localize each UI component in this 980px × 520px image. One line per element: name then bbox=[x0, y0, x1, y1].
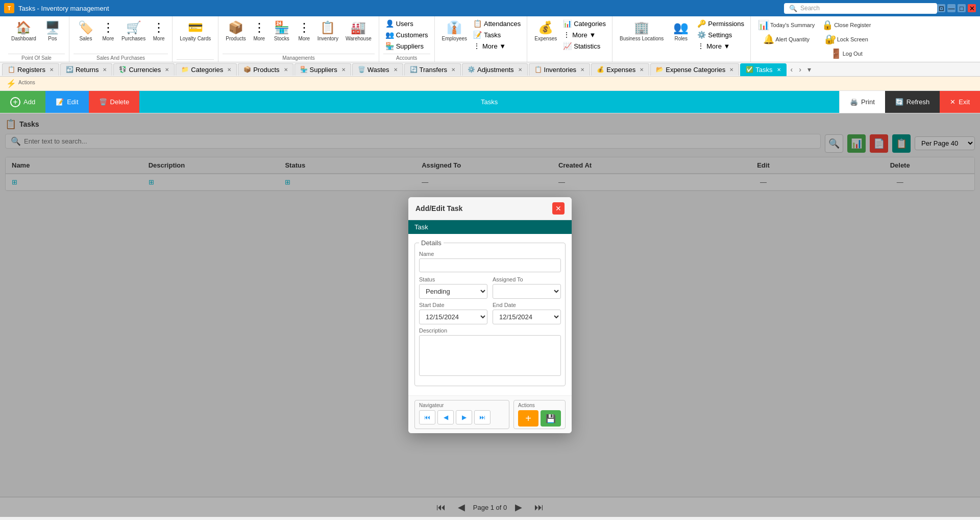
dates-row: Start Date 12/15/2024 End Date 12/15/202… bbox=[419, 302, 561, 324]
suppliers-button[interactable]: 🏪 Suppliers bbox=[383, 41, 430, 51]
pos-icon: 🖥️ bbox=[45, 20, 60, 35]
warehouse-button[interactable]: 🏭 Warehouse bbox=[342, 18, 375, 43]
sales-more-button[interactable]: ⋮ More bbox=[99, 18, 117, 43]
close-button[interactable]: ✕ bbox=[968, 4, 976, 12]
start-date-select[interactable]: 12/15/2024 bbox=[419, 310, 487, 324]
end-date-select[interactable]: 12/15/2024 bbox=[493, 310, 561, 324]
status-label: Status bbox=[419, 276, 487, 282]
tab-inventories-close[interactable]: ✕ bbox=[580, 67, 584, 73]
tab-adjustments-close[interactable]: ✕ bbox=[518, 67, 522, 73]
tab-scroll-left[interactable]: ‹ bbox=[788, 64, 796, 75]
loyalty-button[interactable]: 💳 Loyalty Cards bbox=[177, 18, 214, 43]
ribbon-loyalty-section: 💳 Loyalty Cards bbox=[173, 16, 218, 62]
pos-label: Pos bbox=[48, 36, 57, 41]
tab-scroll-right[interactable]: › bbox=[796, 64, 804, 75]
tab-registers[interactable]: 📋 Registers ✕ bbox=[2, 63, 59, 76]
inventory-icon: 📋 bbox=[320, 20, 335, 35]
logout-button[interactable]: 🚪 Log Out bbox=[819, 47, 874, 60]
tab-wastes[interactable]: 🗑️ Wastes ✕ bbox=[352, 63, 403, 76]
purchases-button[interactable]: 🛒 Purchases bbox=[118, 18, 149, 43]
settings-more-button[interactable]: ⋮ More ▼ bbox=[695, 41, 746, 51]
statistics-button[interactable]: 📈 Statistics bbox=[561, 41, 608, 51]
alert-quantity-button[interactable]: 🔔 Alert Quantity bbox=[755, 33, 818, 46]
expenses-more-icon: ⋮ bbox=[563, 31, 570, 39]
tab-transfers-close[interactable]: ✕ bbox=[451, 67, 455, 73]
add-button[interactable]: + Add bbox=[0, 91, 45, 113]
exit-label: Exit bbox=[959, 98, 970, 106]
business-locations-button[interactable]: 🏢 Business Locations bbox=[617, 18, 667, 43]
name-input[interactable] bbox=[419, 258, 561, 272]
assigned-to-label: Assigned To bbox=[493, 276, 561, 282]
tab-adjustments[interactable]: ⚙️ Adjustments ✕ bbox=[462, 63, 528, 76]
todays-summary-button[interactable]: 📊 Today's Summary bbox=[755, 18, 818, 32]
print-button[interactable]: 🖨️ Print bbox=[839, 91, 885, 113]
users-button[interactable]: 👤 Users bbox=[383, 18, 430, 29]
tab-registers-close[interactable]: ✕ bbox=[50, 67, 54, 73]
tab-products-close[interactable]: ✕ bbox=[284, 67, 288, 73]
tab-categories[interactable]: 📁 Categories ✕ bbox=[176, 63, 237, 76]
mgmt-more-button[interactable]: ⋮ More bbox=[250, 18, 268, 43]
tab-expenses[interactable]: 💰 Expenses ✕ bbox=[591, 63, 649, 76]
tab-products[interactable]: 📦 Products ✕ bbox=[238, 63, 293, 76]
categories-button[interactable]: 📊 Categories bbox=[561, 18, 608, 29]
tab-transfers[interactable]: 🔄 Transfers ✕ bbox=[404, 63, 461, 76]
tab-expenses-close[interactable]: ✕ bbox=[640, 67, 644, 73]
status-select[interactable]: Pending In Progress Completed Cancelled bbox=[419, 284, 487, 299]
expenses-more-button[interactable]: ⋮ More ▼ bbox=[561, 30, 608, 40]
inventory-button[interactable]: 📋 Inventory bbox=[314, 18, 341, 43]
tab-inventories[interactable]: 📋 Inventories ✕ bbox=[529, 63, 591, 76]
tab-suppliers[interactable]: 🏪 Suppliers ✕ bbox=[295, 63, 351, 76]
modal-save-button[interactable]: 💾 bbox=[541, 410, 561, 427]
tab-wastes-close[interactable]: ✕ bbox=[394, 67, 398, 73]
tab-expense-categories[interactable]: 📂 Expense Categories ✕ bbox=[650, 63, 739, 76]
permissions-button[interactable]: 🔑 Permissions bbox=[695, 18, 746, 29]
purchases-more-button[interactable]: ⋮ More bbox=[150, 18, 168, 43]
modal-close-button[interactable]: ✕ bbox=[552, 202, 565, 215]
modal-add-button[interactable]: + bbox=[518, 410, 538, 427]
roles-button[interactable]: 👥 Roles bbox=[669, 18, 693, 43]
customers-button[interactable]: 👥 Customers bbox=[383, 30, 430, 40]
minimize-button[interactable]: — bbox=[947, 4, 955, 12]
stocks-button[interactable]: 🏪 Stocks bbox=[270, 18, 294, 43]
tab-returns[interactable]: ↩️ Returns ✕ bbox=[60, 63, 113, 76]
title-search-box[interactable]: 🔍 Search bbox=[784, 3, 937, 14]
edit-button[interactable]: 📝 Edit bbox=[45, 91, 88, 113]
tab-returns-close[interactable]: ✕ bbox=[103, 67, 107, 73]
sales-label: Sales bbox=[79, 36, 92, 41]
expenses-button[interactable]: 💰 Expenses bbox=[531, 18, 560, 43]
tab-expense-categories-close[interactable]: ✕ bbox=[729, 67, 733, 73]
tab-currencies[interactable]: 💱 Currencies ✕ bbox=[113, 63, 175, 76]
refresh-button[interactable]: 🔄 Refresh bbox=[885, 91, 940, 113]
nav-prev-button[interactable]: ◀ bbox=[437, 410, 454, 424]
products-button[interactable]: 📦 Products bbox=[223, 18, 249, 43]
assigned-to-select[interactable] bbox=[493, 284, 561, 299]
nav-first-button[interactable]: ⏮ bbox=[419, 410, 435, 424]
tab-categories-close[interactable]: ✕ bbox=[227, 67, 231, 73]
tab-currencies-close[interactable]: ✕ bbox=[165, 67, 169, 73]
settings-button[interactable]: ⚙️ Settings bbox=[695, 30, 746, 40]
nav-last-button[interactable]: ⏭ bbox=[474, 410, 491, 424]
nav-next-button[interactable]: ▶ bbox=[456, 410, 472, 424]
sales-button[interactable]: 🏷️ Sales bbox=[74, 18, 98, 43]
restore-button[interactable]: ⊡ bbox=[937, 4, 945, 12]
refresh-label: Refresh bbox=[906, 98, 930, 106]
exit-button[interactable]: ✕ Exit bbox=[940, 91, 980, 113]
dashboard-button[interactable]: 🏠 Dashboard bbox=[8, 18, 39, 43]
tab-suppliers-close[interactable]: ✕ bbox=[341, 67, 346, 73]
stocks-more-button[interactable]: ⋮ More bbox=[295, 18, 313, 43]
tab-dropdown[interactable]: ▾ bbox=[804, 64, 814, 75]
maximize-button[interactable]: □ bbox=[958, 4, 966, 12]
tab-tasks-close[interactable]: ✕ bbox=[777, 67, 781, 73]
description-textarea[interactable] bbox=[419, 335, 561, 376]
close-register-button[interactable]: 🔒 Close Register bbox=[819, 18, 874, 32]
attendances-button[interactable]: 📋 Attendances bbox=[471, 18, 523, 29]
business-locations-label: Business Locations bbox=[620, 36, 664, 41]
employees-button[interactable]: 👔 Employees bbox=[439, 18, 470, 43]
delete-button[interactable]: 🗑️ Delete bbox=[89, 91, 140, 113]
categories-icon: 📊 bbox=[563, 19, 572, 28]
tab-tasks[interactable]: ✅ Tasks ✕ bbox=[740, 63, 786, 76]
pos-button[interactable]: 🖥️ Pos bbox=[40, 18, 65, 43]
lock-screen-button[interactable]: 🔐 Lock Screen bbox=[819, 33, 874, 46]
tasks-ribbon-button[interactable]: 📝 Tasks bbox=[471, 30, 523, 40]
employees-more-button[interactable]: ⋮ More ▼ bbox=[471, 41, 523, 51]
